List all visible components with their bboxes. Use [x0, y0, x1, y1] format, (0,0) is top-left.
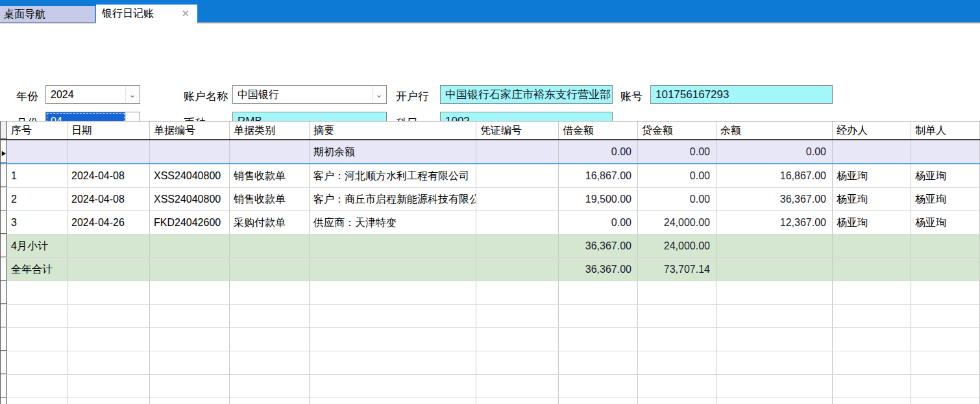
cell-seq[interactable]: 3	[7, 211, 67, 234]
cell-voucher-no[interactable]	[476, 188, 559, 210]
cell-balance[interactable]	[717, 258, 833, 281]
cell-date[interactable]: 2024-04-26	[67, 211, 150, 234]
tab-desktop-navigation[interactable]: 桌面导航	[0, 6, 95, 22]
cell-summary[interactable]	[310, 234, 476, 257]
year-select[interactable]: 2024 ⌄	[45, 85, 140, 104]
cell-balance[interactable]	[717, 234, 833, 257]
header-preparer[interactable]: 制单人	[911, 121, 980, 139]
cell-summary[interactable]: 客户：商丘市启程新能源科技有限公司	[310, 188, 476, 210]
close-icon[interactable]: ✕	[181, 5, 190, 23]
cell-date[interactable]: 2024-04-08	[67, 164, 150, 187]
cell-balance[interactable]: 16,867.00	[717, 164, 833, 187]
bank-branch-field[interactable]: 中国银行石家庄市裕东支行营业部	[440, 85, 613, 104]
cell-handler[interactable]	[833, 234, 911, 257]
header-balance[interactable]: 余额	[717, 121, 833, 139]
table-row[interactable]: 全年合计36,367.0073,707.14	[1, 258, 980, 281]
cell-preparer[interactable]	[911, 140, 980, 163]
cell-debit[interactable]: 36,367.00	[559, 258, 638, 281]
cell-doc-no[interactable]	[150, 258, 230, 281]
row-indicator[interactable]	[1, 164, 7, 187]
cell-seq[interactable]	[7, 140, 67, 163]
header-credit[interactable]: 贷金额	[638, 121, 717, 139]
cell-doc-type[interactable]: 销售收款单	[230, 164, 310, 187]
cell-doc-no[interactable]: FKD24042600	[150, 211, 230, 234]
cell-doc-type[interactable]: 采购付款单	[230, 211, 310, 234]
cell-balance[interactable]: 0.00	[717, 140, 833, 163]
cell-doc-type[interactable]: 销售收款单	[230, 188, 310, 210]
cell-seq[interactable]: 1	[7, 164, 67, 187]
dropdown-button[interactable]: ⌄	[372, 86, 386, 103]
cell-preparer[interactable]: 杨亚珣	[911, 164, 980, 187]
header-debit[interactable]: 借金额	[559, 121, 638, 139]
cell-summary[interactable]	[310, 258, 476, 281]
cell-debit[interactable]: 0.00	[559, 211, 638, 234]
header-seq[interactable]: 序号	[7, 121, 67, 139]
cell-date[interactable]: 2024-04-08	[67, 188, 150, 210]
cell-debit[interactable]: 0.00	[559, 140, 638, 163]
row-indicator[interactable]	[1, 211, 7, 234]
cell-handler[interactable]	[833, 140, 911, 163]
cell-debit[interactable]: 16,867.00	[559, 164, 638, 187]
header-voucher-no[interactable]: 凭证编号	[476, 121, 559, 139]
cell-summary[interactable]: 客户：河北顺方水利工程有限公司	[310, 164, 476, 187]
cell-seq[interactable]: 4月小计	[7, 234, 67, 257]
account-name-select[interactable]: 中国银行 ⌄	[232, 85, 387, 104]
table-row[interactable]: 22024-04-08XSS24040800销售收款单客户：商丘市启程新能源科技…	[1, 188, 980, 211]
tab-bank-journal[interactable]: 银行日记账 ✕	[96, 5, 197, 25]
cell-voucher-no[interactable]	[476, 164, 559, 187]
cell-date[interactable]	[67, 140, 150, 163]
cell-debit[interactable]: 36,367.00	[559, 234, 638, 257]
cell-voucher-no[interactable]	[476, 140, 559, 163]
cell-doc-no[interactable]: XSS24040800	[150, 164, 230, 187]
cell-credit[interactable]: 24,000.00	[638, 211, 717, 234]
cell-doc-type[interactable]	[230, 234, 310, 257]
cell-seq	[7, 305, 67, 327]
table-row[interactable]: 4月小计36,367.0024,000.00	[1, 234, 980, 258]
row-indicator	[1, 305, 7, 327]
row-indicator[interactable]: ▶	[1, 140, 7, 163]
cell-seq[interactable]: 全年合计	[7, 258, 67, 281]
header-date[interactable]: 日期	[67, 121, 150, 139]
cell-balance[interactable]: 36,367.00	[717, 188, 833, 210]
dropdown-button[interactable]: ⌄	[125, 86, 139, 103]
cell-balance[interactable]: 12,367.00	[717, 211, 833, 234]
cell-doc-type[interactable]	[230, 258, 310, 281]
cell-handler[interactable]: 杨亚珣	[833, 211, 911, 234]
table-row[interactable]: ▶期初余额0.000.000.00	[1, 140, 980, 164]
header-summary[interactable]: 摘要	[310, 121, 476, 139]
cell-voucher-no[interactable]	[476, 211, 559, 234]
cell-preparer[interactable]: 杨亚珣	[911, 188, 980, 210]
cell-doc-no[interactable]	[150, 234, 230, 257]
cell-credit[interactable]: 0.00	[638, 140, 717, 163]
cell-preparer[interactable]	[911, 234, 980, 257]
cell-handler[interactable]: 杨亚珣	[833, 188, 911, 210]
account-number-field[interactable]: 101756167293	[650, 85, 833, 104]
cell-date[interactable]	[67, 234, 150, 257]
cell-seq[interactable]: 2	[7, 188, 67, 210]
cell-credit[interactable]: 0.00	[638, 164, 717, 187]
cell-voucher-no[interactable]	[476, 234, 559, 257]
table-row[interactable]: 32024-04-26FKD24042600采购付款单供应商：天津特变0.002…	[1, 211, 980, 234]
cell-preparer[interactable]	[911, 258, 980, 281]
cell-credit[interactable]: 24,000.00	[638, 234, 717, 257]
row-indicator[interactable]	[1, 258, 7, 281]
cell-summary[interactable]: 期初余额	[310, 140, 476, 163]
cell-credit[interactable]: 73,707.14	[638, 258, 717, 281]
header-handler[interactable]: 经办人	[833, 121, 911, 139]
cell-preparer[interactable]: 杨亚珣	[911, 211, 980, 234]
cell-doc-type[interactable]	[230, 140, 310, 163]
cell-debit[interactable]: 19,500.00	[559, 188, 638, 210]
cell-summary[interactable]: 供应商：天津特变	[310, 211, 476, 234]
cell-date[interactable]	[67, 258, 150, 281]
row-indicator[interactable]	[1, 188, 7, 210]
table-row[interactable]: 12024-04-08XSS24040800销售收款单客户：河北顺方水利工程有限…	[1, 164, 980, 188]
row-indicator[interactable]	[1, 234, 7, 257]
cell-doc-no[interactable]: XSS24040800	[150, 188, 230, 210]
cell-credit[interactable]: 0.00	[638, 188, 717, 210]
header-doc-no[interactable]: 单据编号	[150, 121, 230, 139]
header-doc-type[interactable]: 单据类别	[230, 121, 310, 139]
cell-voucher-no[interactable]	[476, 258, 559, 281]
cell-handler[interactable]: 杨亚珣	[833, 164, 911, 187]
cell-handler[interactable]	[833, 258, 911, 281]
cell-doc-no[interactable]	[150, 140, 230, 163]
